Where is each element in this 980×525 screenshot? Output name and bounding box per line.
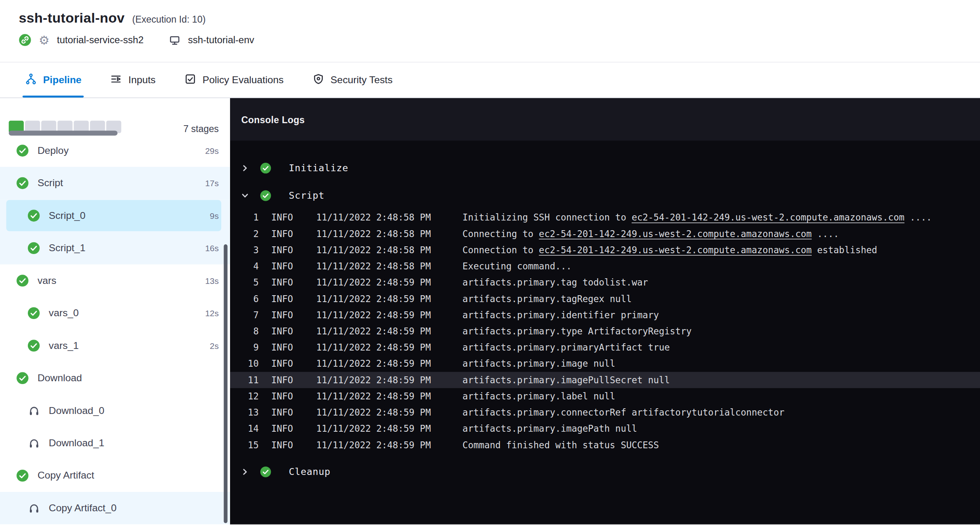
log-line-number: 14	[230, 424, 259, 434]
service-status-icon	[19, 34, 31, 46]
success-icon	[16, 177, 29, 189]
service-label[interactable]: tutorial-service-ssh2	[57, 34, 144, 46]
environment-label[interactable]: ssh-tutorial-env	[188, 34, 254, 46]
log-line-number: 5	[230, 277, 259, 288]
stage-row[interactable]: Deploy29s	[0, 143, 230, 167]
log-section-cleanup[interactable]: Cleanup	[230, 458, 980, 485]
progress-overlay-bar[interactable]	[9, 130, 117, 135]
log-message: Command finished with status SUCCESS	[463, 440, 659, 450]
log-line[interactable]: 9INFO11/11/2022 2:48:59 PMartifacts.prim…	[230, 339, 980, 355]
stage-label: Copy Artifact_0	[49, 502, 219, 514]
policy-check-icon	[184, 73, 196, 87]
log-line[interactable]: 12INFO11/11/2022 2:48:59 PMartifacts.pri…	[230, 388, 980, 404]
stage-duration: 16s	[205, 244, 219, 253]
stage-row[interactable]: vars_012s	[0, 297, 230, 329]
gear-icon[interactable]: ⚙	[39, 34, 49, 46]
log-timestamp: 11/11/2022 2:48:59 PM	[316, 342, 450, 353]
log-text: artifacts.primary.primaryArtifact true	[463, 342, 670, 353]
log-timestamp: 11/11/2022 2:48:59 PM	[316, 424, 450, 434]
log-line-number: 6	[230, 294, 259, 304]
console-header: Console Logs	[230, 98, 980, 141]
tab-inputs[interactable]: Inputs	[110, 63, 155, 98]
log-text: Connecting to	[463, 229, 539, 239]
success-icon	[27, 209, 40, 222]
log-message: Executing command...	[463, 261, 572, 271]
stage-label: Download_0	[49, 405, 219, 416]
sidebar-scrollbar-thumb[interactable]	[224, 244, 227, 523]
stage-row[interactable]: Download_0	[0, 395, 230, 427]
log-section-script[interactable]: Script	[230, 182, 980, 209]
stage-list: Deploy29sScript17sScript_09sScript_116sv…	[0, 143, 230, 524]
execution-header: ssh-tutorial-nov (Execution Id: 10) ⚙ tu…	[0, 0, 980, 63]
log-line[interactable]: 14INFO11/11/2022 2:48:59 PMartifacts.pri…	[230, 421, 980, 437]
log-line-number: 3	[230, 245, 259, 255]
log-section-initialize[interactable]: Initialize	[230, 154, 980, 182]
tab-bar: Pipeline Inputs Policy Evaluations Secur…	[0, 63, 980, 98]
stage-row[interactable]: vars13s	[0, 265, 230, 297]
chevron-right-icon[interactable]	[239, 468, 251, 476]
log-message: artifacts.primary.tag todolist.war	[463, 277, 648, 288]
success-icon	[16, 274, 29, 287]
log-line[interactable]: 11INFO11/11/2022 2:48:59 PMartifacts.pri…	[230, 372, 980, 388]
chevron-right-icon[interactable]	[239, 164, 251, 172]
log-line[interactable]: 3INFO11/11/2022 2:48:58 PMConnection to …	[230, 242, 980, 258]
log-timestamp: 11/11/2022 2:48:59 PM	[316, 277, 450, 288]
tab-pipeline[interactable]: Pipeline	[25, 63, 82, 98]
shield-icon	[312, 73, 324, 87]
log-timestamp: 11/11/2022 2:48:58 PM	[316, 261, 450, 271]
log-text: artifacts.primary.connectorRef artifacto…	[463, 407, 785, 418]
log-message: artifacts.primary.imagePath null	[463, 424, 637, 434]
stage-row[interactable]: Copy Artifact	[0, 460, 230, 492]
log-level: INFO	[271, 375, 301, 385]
log-line[interactable]: 8INFO11/11/2022 2:48:59 PMartifacts.prim…	[230, 323, 980, 339]
log-message: Connecting to ec2-54-201-142-249.us-west…	[463, 229, 839, 239]
log-timestamp: 11/11/2022 2:48:59 PM	[316, 294, 450, 304]
console-title: Console Logs	[241, 114, 305, 124]
log-text: artifacts.primary.imagePullSecret null	[463, 375, 670, 385]
stage-count: 7 stages	[183, 123, 219, 134]
stage-row[interactable]: Download_1	[0, 427, 230, 459]
hostname-link[interactable]: ec2-54-201-142-249.us-west-2.compute.ama…	[632, 212, 905, 223]
chevron-down-icon[interactable]	[239, 192, 251, 200]
hostname-link[interactable]: ec2-54-201-142-249.us-west-2.compute.ama…	[539, 245, 812, 255]
stage-row[interactable]: Script_116s	[0, 232, 230, 264]
success-icon	[16, 469, 29, 482]
log-line[interactable]: 13INFO11/11/2022 2:48:59 PMartifacts.pri…	[230, 404, 980, 420]
log-line[interactable]: 7INFO11/11/2022 2:48:59 PMartifacts.prim…	[230, 307, 980, 323]
log-level: INFO	[271, 310, 301, 320]
log-text: Initializing SSH connection to	[463, 212, 632, 223]
tab-security-tests[interactable]: Security Tests	[312, 63, 393, 98]
log-line[interactable]: 15INFO11/11/2022 2:48:59 PMCommand finis…	[230, 437, 980, 453]
log-timestamp: 11/11/2022 2:48:59 PM	[316, 391, 450, 401]
success-icon	[27, 242, 40, 254]
log-line[interactable]: 5INFO11/11/2022 2:48:59 PMartifacts.prim…	[230, 274, 980, 290]
log-line[interactable]: 2INFO11/11/2022 2:48:58 PMConnecting to …	[230, 226, 980, 242]
success-icon	[260, 190, 271, 201]
log-message: artifacts.primary.primaryArtifact true	[463, 342, 670, 353]
step-icon	[27, 502, 40, 514]
log-message: artifacts.primary.label null	[463, 391, 616, 401]
log-line[interactable]: 10INFO11/11/2022 2:48:59 PMartifacts.pri…	[230, 356, 980, 372]
success-icon	[260, 466, 271, 478]
stage-row[interactable]: Script17s	[0, 167, 230, 199]
section-label: Script	[289, 190, 325, 201]
log-timestamp: 11/11/2022 2:48:59 PM	[316, 310, 450, 320]
stage-row[interactable]: vars_12s	[0, 330, 230, 362]
log-line[interactable]: 6INFO11/11/2022 2:48:59 PMartifacts.prim…	[230, 291, 980, 307]
log-level: INFO	[271, 359, 301, 369]
section-label: Cleanup	[289, 466, 330, 478]
hostname-link[interactable]: ec2-54-201-142-249.us-west-2.compute.ama…	[539, 229, 812, 239]
log-level: INFO	[271, 342, 301, 353]
stage-row[interactable]: Script_09s	[0, 200, 230, 232]
tab-policy-evaluations[interactable]: Policy Evaluations	[184, 63, 284, 98]
execution-id: (Execution Id: 10)	[132, 14, 205, 24]
log-line[interactable]: 4INFO11/11/2022 2:48:58 PMExecuting comm…	[230, 258, 980, 274]
log-timestamp: 11/11/2022 2:48:59 PM	[316, 407, 450, 418]
stage-row[interactable]: Download	[0, 362, 230, 394]
log-line-number: 11	[230, 375, 259, 385]
log-message: artifacts.primary.imagePullSecret null	[463, 375, 670, 385]
log-line[interactable]: 1INFO11/11/2022 2:48:58 PMInitializing S…	[230, 209, 980, 225]
pipeline-icon	[25, 73, 37, 87]
log-text: ....	[812, 229, 839, 239]
stage-row[interactable]: Copy Artifact_0	[0, 492, 230, 524]
